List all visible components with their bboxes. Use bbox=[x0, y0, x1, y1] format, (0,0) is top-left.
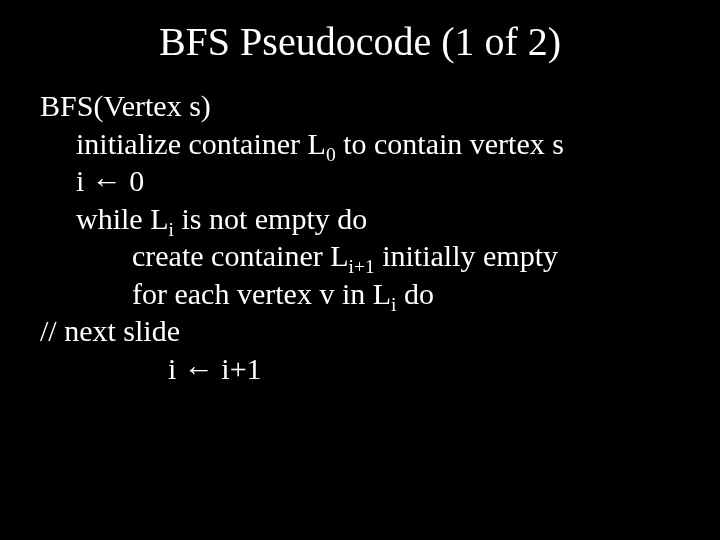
text: i bbox=[76, 164, 92, 197]
slide: BFS Pseudocode (1 of 2) BFS(Vertex s) in… bbox=[0, 0, 720, 540]
slide-body: BFS(Vertex s) initialize container L0 to… bbox=[40, 87, 680, 387]
text: do bbox=[396, 277, 434, 310]
text: is not empty do bbox=[174, 202, 367, 235]
code-line-3: while Li is not empty do bbox=[40, 200, 680, 238]
code-line-7: i ← i+1 bbox=[40, 350, 680, 388]
subscript: 0 bbox=[326, 144, 336, 165]
code-line-0: BFS(Vertex s) bbox=[40, 87, 680, 125]
text: // next slide bbox=[40, 314, 180, 347]
left-arrow-icon: ← bbox=[92, 164, 122, 197]
code-line-4: create container Li+1 initially empty bbox=[40, 237, 680, 275]
text: initialize container L bbox=[76, 127, 326, 160]
text: BFS(Vertex s) bbox=[40, 89, 211, 122]
text: i+1 bbox=[214, 352, 262, 385]
code-line-6: // next slide bbox=[40, 312, 680, 350]
code-line-2: i ← 0 bbox=[40, 162, 680, 200]
slide-title: BFS Pseudocode (1 of 2) bbox=[40, 18, 680, 65]
text: create container L bbox=[132, 239, 349, 272]
text: for each vertex v in L bbox=[132, 277, 391, 310]
text: initially empty bbox=[375, 239, 558, 272]
text: while L bbox=[76, 202, 168, 235]
text: i bbox=[168, 352, 184, 385]
code-line-5: for each vertex v in Li do bbox=[40, 275, 680, 313]
text: to contain vertex s bbox=[336, 127, 564, 160]
text: 0 bbox=[122, 164, 145, 197]
subscript: i+1 bbox=[349, 256, 375, 277]
left-arrow-icon: ← bbox=[184, 352, 214, 385]
code-line-1: initialize container L0 to contain verte… bbox=[40, 125, 680, 163]
